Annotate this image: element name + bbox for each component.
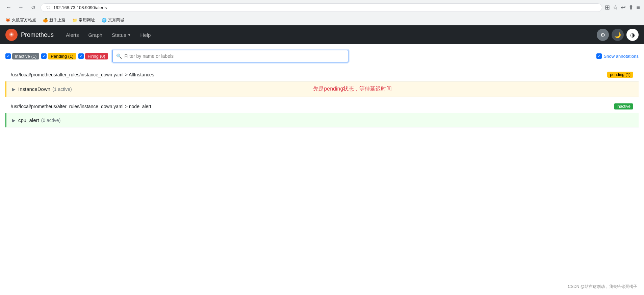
alert-count-instancedown: (1 active) — [52, 87, 72, 92]
pending-check[interactable]: ✓ — [41, 53, 47, 59]
url-display: 192.168.73.108:9090/alerts — [53, 5, 107, 10]
rule-group-2: /usr/local/prometheus/alter_rules/instan… — [5, 100, 639, 127]
rule-group-2-path: /usr/local/prometheus/alter_rules/instan… — [5, 100, 639, 113]
newbie-icon: 🍊 — [43, 18, 48, 23]
chevron-down-icon: ▼ — [128, 33, 131, 37]
pending-badge-label[interactable]: Pending (1) — [48, 53, 76, 59]
alerts-content: ✓ Inactive (1) ✓ Pending (1) ✓ Firing (0… — [0, 44, 644, 133]
alerts-filter-bar: ✓ Inactive (1) ✓ Pending (1) ✓ Firing (0… — [5, 50, 639, 63]
contrast-button[interactable]: ◑ — [626, 29, 639, 41]
alert-rule-instance-down: ▶ InstanceDown (1 active) 先是pending状态，等待… — [5, 81, 639, 97]
nav-link-graph[interactable]: Graph — [84, 29, 106, 41]
search-input[interactable] — [125, 53, 344, 59]
show-annotations-label: Show annotations — [604, 54, 639, 59]
rule-group-1-path-text: /usr/local/prometheus/alter_rules/instan… — [11, 72, 154, 77]
alert-count-cpualert: (0 active) — [41, 118, 61, 123]
prometheus-logo — [5, 29, 18, 41]
download-icon[interactable]: ⬆ — [628, 4, 634, 11]
show-annotations-checkbox[interactable]: ✓ — [596, 53, 602, 59]
browser-action-icons: ⊞ ☆ ↩ ⬆ ≡ — [605, 4, 640, 11]
settings-icon-button[interactable]: ⚙ — [597, 29, 609, 41]
nav-link-alerts[interactable]: Alerts — [62, 29, 83, 41]
forward-button[interactable]: → — [16, 3, 26, 12]
bookmark-firefox[interactable]: 🦊 火狐官方站点 — [4, 17, 37, 24]
extensions-icon[interactable]: ⊞ — [605, 4, 610, 11]
pending-filter-checkbox[interactable]: ✓ Pending (1) — [41, 53, 76, 59]
menu-icon[interactable]: ≡ — [636, 4, 640, 11]
jd-icon: 🌐 — [102, 18, 107, 23]
reload-button[interactable]: ↺ — [28, 3, 38, 12]
folder-icon: 📁 — [72, 18, 77, 23]
inactive-check[interactable]: ✓ — [5, 53, 11, 59]
search-box[interactable]: 🔍 — [112, 50, 349, 63]
inactive-filter-checkbox[interactable]: ✓ Inactive (1) — [5, 53, 39, 59]
firefox-icon: 🦊 — [5, 18, 10, 23]
security-icon: 🛡 — [46, 5, 51, 10]
prometheus-title: Prometheus — [21, 31, 54, 39]
rule-group-2-status-badge: inactive — [614, 103, 633, 109]
profile-icon[interactable]: ↩ — [621, 4, 626, 11]
nav-links: Alerts Graph Status ▼ Help — [62, 29, 597, 41]
bookmark-icon[interactable]: ☆ — [613, 4, 618, 11]
chevron-right-icon[interactable]: ▶ — [12, 87, 16, 92]
show-annotations-toggle[interactable]: ✓ Show annotations — [596, 53, 639, 59]
bookmark-common[interactable]: 📁 常用网址 — [71, 17, 96, 24]
rule-group-1-path: /usr/local/prometheus/alter_rules/instan… — [5, 68, 639, 81]
nav-link-help[interactable]: Help — [136, 29, 155, 41]
prometheus-navbar: Prometheus Alerts Graph Status ▼ Help ⚙ … — [0, 25, 644, 44]
nav-link-status[interactable]: Status ▼ — [108, 29, 135, 41]
svg-point-1 — [10, 33, 12, 35]
address-bar[interactable]: 🛡 192.168.73.108:9090/alerts — [41, 3, 602, 12]
chevron-right-icon-2[interactable]: ▶ — [12, 118, 16, 123]
inactive-badge-label[interactable]: Inactive (1) — [12, 53, 39, 59]
bookmark-newbie[interactable]: 🍊 新手上路 — [42, 17, 67, 24]
search-icon: 🔍 — [116, 53, 122, 59]
rule-group-2-path-text: /usr/local/prometheus/alter_rules/instan… — [11, 104, 151, 109]
filter-badges: ✓ Inactive (1) ✓ Pending (1) ✓ Firing (0… — [5, 53, 108, 59]
alert-annotation-instancedown: 先是pending状态，等待延迟时间 — [313, 85, 392, 93]
bookmarks-bar: 🦊 火狐官方站点 🍊 新手上路 📁 常用网址 🌐 京东商城 — [0, 15, 644, 25]
firing-filter-checkbox[interactable]: ✓ Firing (0) — [78, 53, 108, 59]
firing-check[interactable]: ✓ — [78, 53, 84, 59]
browser-chrome: ← → ↺ 🛡 192.168.73.108:9090/alerts ⊞ ☆ ↩… — [0, 0, 644, 15]
alert-rule-cpu-alert: ▶ cpu_alert (0 active) — [5, 113, 639, 127]
rule-group-1-status-badge: pending (1) — [607, 72, 633, 78]
firing-badge-label[interactable]: Firing (0) — [85, 53, 108, 59]
rule-group-1: /usr/local/prometheus/alter_rules/instan… — [5, 68, 639, 97]
alert-name-instancedown: InstanceDown — [18, 86, 50, 92]
back-button[interactable]: ← — [4, 3, 14, 12]
nav-icons: ⚙ 🌙 ◑ — [597, 29, 639, 41]
bookmark-jd[interactable]: 🌐 京东商城 — [100, 17, 126, 24]
dark-mode-button[interactable]: 🌙 — [612, 29, 624, 41]
alert-name-cpualert: cpu_alert — [18, 117, 39, 123]
